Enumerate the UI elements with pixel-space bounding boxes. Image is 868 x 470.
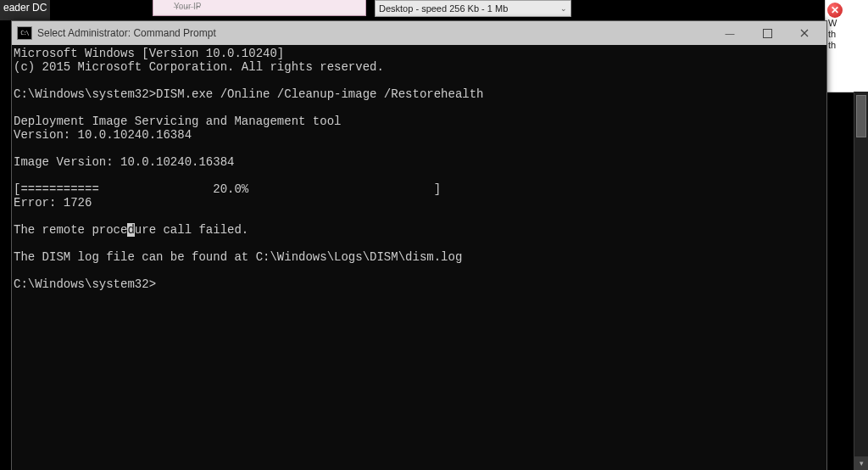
scrollbar-track[interactable] bbox=[854, 92, 868, 456]
maximize-button[interactable] bbox=[748, 21, 786, 45]
notification-popup-fragment: ✕ W th th bbox=[825, 0, 868, 92]
text-cursor: d bbox=[127, 223, 134, 237]
notification-text-fragment: W th th bbox=[826, 18, 868, 51]
cmd-icon: C:\ bbox=[17, 26, 32, 40]
window-titlebar[interactable]: C:\ Select Administrator: Command Prompt… bbox=[12, 21, 826, 45]
background-app-title-fragment: eader DC bbox=[0, 0, 50, 20]
command-prompt-window: C:\ Select Administrator: Command Prompt… bbox=[11, 20, 827, 470]
chevron-down-icon: ⌄ bbox=[560, 4, 567, 13]
page-scrollbar[interactable]: ▾ bbox=[854, 92, 868, 470]
scroll-down-button[interactable]: ▾ bbox=[854, 456, 868, 470]
minimize-button[interactable]: — bbox=[711, 21, 748, 45]
maximize-icon bbox=[763, 29, 772, 38]
console-output[interactable]: Microsoft Windows [Version 10.0.10240] (… bbox=[12, 45, 826, 470]
scrollbar-thumb[interactable] bbox=[856, 95, 866, 137]
close-button[interactable] bbox=[786, 21, 823, 45]
window-title: Select Administrator: Command Prompt bbox=[37, 27, 711, 39]
speed-dropdown-value: Desktop - speed 256 Kb - 1 Mb bbox=[379, 3, 508, 14]
error-icon: ✕ bbox=[827, 3, 843, 18]
close-icon bbox=[800, 29, 809, 37]
background-field-label: Your IP bbox=[174, 2, 201, 11]
speed-dropdown[interactable]: Desktop - speed 256 Kb - 1 Mb ⌄ bbox=[375, 0, 571, 17]
